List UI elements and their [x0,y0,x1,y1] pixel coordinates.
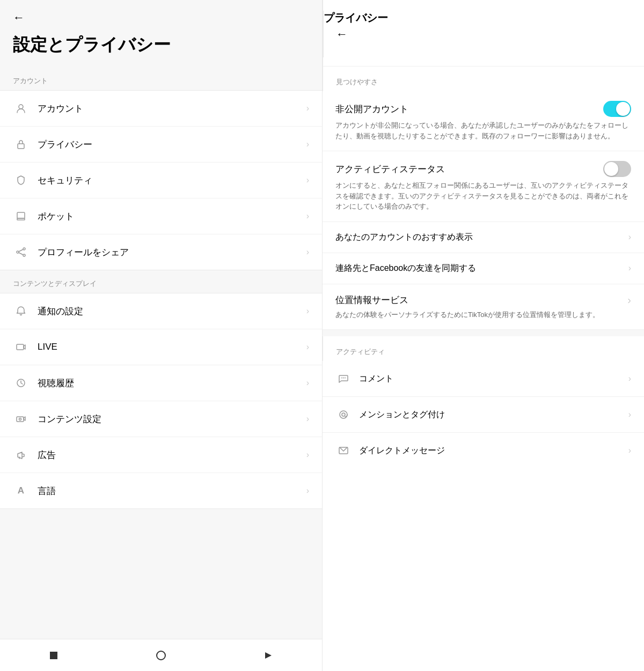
direct-message-chevron: › [628,446,631,455]
svg-rect-1 [18,144,24,149]
pocket-chevron: › [306,211,309,221]
content-settings-chevron: › [306,414,309,424]
right-back-button[interactable]: ← [336,27,348,41]
activity-section-label: アクティビティ [323,336,644,361]
recommend-label: あなたのアカウントのおすすめ表示 [335,232,628,243]
language-icon: A [13,483,29,499]
menu-item-notifications[interactable]: 通知の設定 › [0,293,322,329]
menu-item-ads[interactable]: 広告 › [0,437,322,473]
comment-icon [335,371,352,387]
menu-item-live[interactable]: LIVE › [0,329,322,365]
left-bottom-nav [0,639,322,671]
recommend-nav-item[interactable]: あなたのアカウントのおすすめ表示 › [323,222,644,253]
svg-point-18 [342,413,345,416]
notifications-chevron: › [306,306,309,316]
private-account-toggle-knob [616,102,630,116]
live-label: LIVE [38,342,306,352]
menu-item-security[interactable]: セキュリティ › [0,163,322,198]
svg-point-15 [343,378,344,379]
right-page-title: プライバシー [323,11,645,57]
svg-rect-9 [17,417,24,422]
right-top-bar: ← プライバシー [323,0,644,67]
left-page-title: 設定とプライバシー [0,29,322,68]
content-settings-icon [13,411,29,427]
svg-rect-3 [17,218,25,220]
sync-contacts-label: 連絡先とFacebookの友達を同期する [335,263,628,274]
comment-chevron: › [628,374,631,384]
private-account-desc: アカウントが非公開になっている場合、あなたが承認したユーザーのみがあなたをフォロ… [335,120,631,141]
svg-marker-13 [265,652,272,659]
mention-label: メンションとタグ付け [359,409,628,421]
menu-item-content-settings[interactable]: コンテンツ設定 › [0,401,322,437]
menu-item-language[interactable]: A 言語 › [0,473,322,508]
svg-point-5 [17,251,19,253]
language-label: 言語 [38,485,306,497]
comment-nav-item[interactable]: コメント › [323,361,644,397]
section-gap [323,330,644,336]
left-nav-triangle[interactable] [262,650,274,661]
location-chevron: › [627,294,631,306]
svg-point-16 [345,378,346,379]
privacy-icon [13,136,29,152]
notifications-icon [13,303,29,319]
activity-status-toggle-knob [604,162,618,176]
location-item[interactable]: 位置情報サービス › あなたの体験をパーソナライズするためにTikTokが使用す… [323,284,644,330]
menu-item-account[interactable]: アカウント › [0,91,322,127]
account-chevron: › [306,104,309,113]
content-menu-group: 通知の設定 › LIVE › 視聴履歴 › [0,293,322,509]
privacy-label: プライバシー [38,138,306,151]
ads-label: 広告 [38,449,306,461]
svg-rect-2 [17,212,25,218]
account-icon [13,100,29,116]
privacy-chevron: › [306,139,309,149]
location-desc: あなたの体験をパーソナライズするためにTikTokが使用する位置情報を管理します… [335,309,631,320]
svg-point-14 [341,378,342,379]
left-nav-circle[interactable] [155,650,167,661]
svg-point-12 [157,651,165,660]
share-profile-chevron: › [306,247,309,257]
left-back-button[interactable]: ← [13,11,309,25]
security-label: セキュリティ [38,174,306,187]
share-profile-icon [13,244,29,260]
discoverability-section-label: 見つけやすさ [323,67,644,91]
account-section-label: アカウント [0,68,322,90]
menu-item-privacy[interactable]: プライバシー › [0,127,322,163]
svg-point-17 [340,411,347,418]
watch-history-chevron: › [306,378,309,388]
menu-item-share-profile[interactable]: プロフィールをシェア › [0,234,322,270]
private-account-toggle[interactable] [603,101,631,117]
mention-nav-item[interactable]: メンションとタグ付け › [323,397,644,433]
mention-icon [335,407,352,423]
svg-point-4 [23,248,25,250]
location-title: 位置情報サービス [335,294,408,306]
live-icon [13,339,29,355]
watch-history-label: 視聴履歴 [38,377,306,389]
security-icon [13,172,29,188]
security-chevron: › [306,175,309,185]
menu-item-watch-history[interactable]: 視聴履歴 › [0,365,322,401]
recommend-chevron: › [628,232,631,242]
private-account-item: 非公開アカウント アカウントが非公開になっている場合、あなたが承認したユーザーの… [323,91,644,151]
left-nav-square[interactable] [48,650,60,661]
svg-point-0 [19,105,23,109]
activity-status-desc: オンにすると、あなたと相互フォロー関係にあるユーザーは、互いのアクティビティステ… [335,180,631,212]
share-profile-label: プロフィールをシェア [38,246,306,259]
svg-point-10 [19,418,21,421]
pocket-label: ポケット [38,210,306,223]
menu-item-pocket[interactable]: ポケット › [0,198,322,234]
activity-status-item: アクティビティステータス オンにすると、あなたと相互フォロー関係にあるユーザーは… [323,151,644,222]
content-settings-label: コンテンツ設定 [38,413,306,425]
activity-status-toggle[interactable] [603,161,631,177]
svg-rect-7 [17,344,24,350]
sync-contacts-nav-item[interactable]: 連絡先とFacebookの友達を同期する › [323,253,644,284]
direct-message-nav-item[interactable]: ダイレクトメッセージ › [323,433,644,468]
direct-message-label: ダイレクトメッセージ [359,445,628,456]
activity-status-title: アクティビティステータス [335,163,445,175]
watch-history-icon [13,375,29,391]
svg-point-6 [23,254,25,256]
sync-contacts-chevron: › [628,263,631,273]
svg-rect-11 [50,652,57,659]
account-label: アカウント [38,102,306,115]
live-chevron: › [306,342,309,352]
notifications-label: 通知の設定 [38,305,306,318]
